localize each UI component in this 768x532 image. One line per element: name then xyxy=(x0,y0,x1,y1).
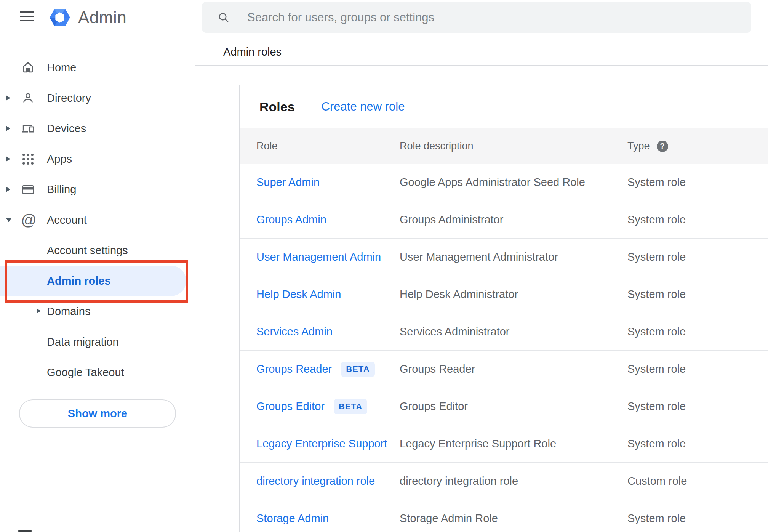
role-type: System role xyxy=(627,437,768,450)
role-description: Groups Editor xyxy=(400,400,627,413)
breadcrumb-divider xyxy=(195,65,768,66)
sidebar-item-data-migration[interactable]: Data migration xyxy=(0,327,195,357)
search-input[interactable] xyxy=(246,10,751,25)
sidebar-divider xyxy=(0,513,195,513)
sidebar-item-label: Account settings xyxy=(47,244,128,257)
role-description: Storage Admin Role xyxy=(400,512,627,525)
hamburger-menu-icon[interactable] xyxy=(20,11,34,22)
role-type: System role xyxy=(627,363,768,375)
table-row: Storage Admin Storage Admin Role System … xyxy=(240,500,768,532)
role-description: Legacy Enterprise Support Role xyxy=(400,437,627,450)
sidebar-item-devices[interactable]: Devices xyxy=(0,113,195,144)
sidebar-item-billing[interactable]: Billing xyxy=(0,174,195,205)
table-row: directory integration role directory int… xyxy=(240,463,768,500)
role-link[interactable]: User Management Admin xyxy=(256,251,381,263)
table-header: Role Role description Type ? xyxy=(240,128,768,164)
role-type: System role xyxy=(627,512,768,525)
role-link[interactable]: Storage Admin xyxy=(256,512,329,525)
sidebar-item-label: Billing xyxy=(47,183,76,196)
role-link[interactable]: Groups Editor xyxy=(256,400,325,413)
column-header-type: Type xyxy=(627,140,650,152)
role-link[interactable]: Legacy Enterprise Support xyxy=(256,437,387,450)
role-type: System role xyxy=(627,400,768,413)
search-bar[interactable] xyxy=(202,2,751,33)
admin-brand[interactable]: Admin xyxy=(48,6,126,29)
role-link[interactable]: Groups Admin xyxy=(256,213,326,226)
table-row: Groups Reader BETA Groups Reader System … xyxy=(240,351,768,388)
column-header-role: Role xyxy=(256,140,400,152)
role-link[interactable]: directory integration role xyxy=(256,475,375,487)
role-description: Groups Administrator xyxy=(400,213,627,226)
brand-title: Admin xyxy=(78,8,126,27)
at-sign-icon: @ xyxy=(21,213,47,227)
role-link[interactable]: Help Desk Admin xyxy=(256,288,341,301)
sidebar: Admin Home Directory xyxy=(0,0,195,532)
beta-badge: BETA xyxy=(334,399,367,414)
role-description: Services Administrator xyxy=(400,325,627,338)
create-new-role-link[interactable]: Create new role xyxy=(322,100,405,114)
breadcrumb[interactable]: Admin roles xyxy=(223,46,282,58)
role-type: System role xyxy=(627,325,768,338)
table-row: Services Admin Services Administrator Sy… xyxy=(240,313,768,351)
sidebar-item-label: Google Takeout xyxy=(47,366,124,379)
expand-arrow-icon[interactable] xyxy=(37,309,41,313)
sidebar-item-google-takeout[interactable]: Google Takeout xyxy=(0,357,195,388)
role-description: directory integration role xyxy=(400,475,627,487)
person-icon xyxy=(21,91,47,105)
roles-card: Roles Create new role Role Role descript… xyxy=(239,85,768,532)
expand-arrow-icon[interactable] xyxy=(6,126,10,131)
sidebar-item-label: Apps xyxy=(47,153,72,165)
table-row: User Management Admin User Management Ad… xyxy=(240,239,768,276)
sidebar-item-label: Admin roles xyxy=(47,275,111,287)
role-type: System role xyxy=(627,213,768,226)
show-more-button[interactable]: Show more xyxy=(19,399,176,428)
role-description: User Management Administrator xyxy=(400,251,627,263)
role-type: System role xyxy=(627,251,768,263)
sidebar-item-label: Home xyxy=(47,61,76,74)
role-link[interactable]: Groups Reader xyxy=(256,363,332,375)
apps-grid-icon xyxy=(21,152,47,166)
role-type: System role xyxy=(627,176,768,189)
sidebar-item-home[interactable]: Home xyxy=(0,52,195,83)
table-row: Super Admin Google Apps Administrator Se… xyxy=(240,164,768,201)
role-description: Help Desk Administrator xyxy=(400,288,627,301)
table-row: Groups Admin Groups Administrator System… xyxy=(240,201,768,239)
roles-card-header: Roles Create new role xyxy=(240,85,768,128)
credit-card-icon xyxy=(21,183,47,197)
column-header-role-description: Role description xyxy=(400,140,627,152)
sidebar-item-label: Data migration xyxy=(47,336,119,348)
role-type: System role xyxy=(627,288,768,301)
sidebar-item-apps[interactable]: Apps xyxy=(0,144,195,174)
role-description: Groups Reader xyxy=(400,363,627,375)
sidebar-item-domains[interactable]: Domains xyxy=(0,296,195,327)
collapse-arrow-icon[interactable] xyxy=(6,218,11,222)
role-link[interactable]: Super Admin xyxy=(256,176,320,189)
admin-logo-icon xyxy=(48,6,71,29)
partial-bottom-icon xyxy=(18,530,32,532)
role-description: Google Apps Administrator Seed Role xyxy=(400,176,627,189)
devices-icon xyxy=(21,122,47,136)
sidebar-item-label: Directory xyxy=(47,92,91,104)
sidebar-item-label: Domains xyxy=(47,305,90,318)
expand-arrow-icon[interactable] xyxy=(6,187,10,192)
role-type: Custom role xyxy=(627,475,768,487)
table-row: Legacy Enterprise Support Legacy Enterpr… xyxy=(240,425,768,463)
sidebar-item-directory[interactable]: Directory xyxy=(0,83,195,113)
expand-arrow-icon[interactable] xyxy=(6,95,10,101)
role-link[interactable]: Services Admin xyxy=(256,325,333,338)
sidebar-nav: Home Directory Devices xyxy=(0,52,195,388)
sidebar-item-label: Devices xyxy=(47,122,86,135)
admin-console-page: Admin Home Directory xyxy=(0,0,768,532)
beta-badge: BETA xyxy=(341,362,374,377)
sidebar-item-label: Account xyxy=(47,214,87,226)
sidebar-item-account[interactable]: @ Account xyxy=(0,205,195,235)
table-row: Help Desk Admin Help Desk Administrator … xyxy=(240,276,768,313)
home-icon xyxy=(21,61,47,75)
page-title: Roles xyxy=(259,99,295,114)
help-icon[interactable]: ? xyxy=(657,141,668,152)
expand-arrow-icon[interactable] xyxy=(6,156,10,162)
sidebar-item-admin-roles[interactable]: Admin roles xyxy=(0,266,195,296)
search-icon xyxy=(217,11,230,24)
table-row: Groups Editor BETA Groups Editor System … xyxy=(240,388,768,425)
sidebar-item-account-settings[interactable]: Account settings xyxy=(0,235,195,266)
